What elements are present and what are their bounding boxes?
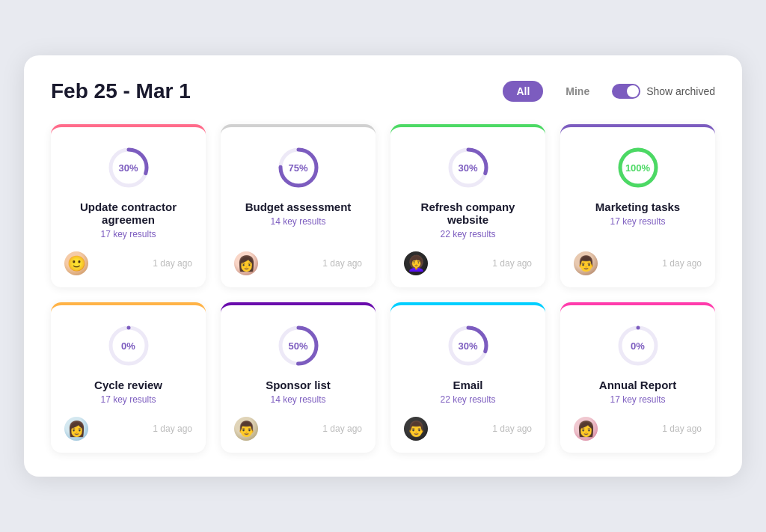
avatar: 👩 xyxy=(234,251,258,275)
percent-label: 0% xyxy=(121,340,135,352)
card-card-4[interactable]: 100% Marketing tasks 17 key results 👨 1 … xyxy=(560,124,715,287)
avatar-face: 👩 xyxy=(64,417,88,441)
card-title: Marketing tasks xyxy=(595,201,680,213)
card-key-results[interactable]: 17 key results xyxy=(100,229,156,239)
avatar-face: 👩 xyxy=(574,417,598,441)
progress-circle: 30% xyxy=(446,145,491,190)
card-footer: 👨 1 day ago xyxy=(574,251,702,275)
card-title: Update contractor agreemen xyxy=(64,201,192,226)
avatar: 👨 xyxy=(404,417,428,441)
card-card-2[interactable]: 75% Budget assessment 14 key results 👩 1… xyxy=(221,124,376,287)
progress-circle: 75% xyxy=(276,145,321,190)
card-key-results[interactable]: 22 key results xyxy=(440,229,495,239)
avatar: 👩 xyxy=(64,417,88,441)
card-card-7[interactable]: 30% Email 22 key results 👨 1 day ago xyxy=(390,302,545,453)
percent-label: 75% xyxy=(288,162,307,174)
card-key-results[interactable]: 17 key results xyxy=(610,216,665,227)
card-footer: 👨 1 day ago xyxy=(234,417,362,441)
progress-circle: 0% xyxy=(106,323,151,368)
avatar-face: 🙂 xyxy=(64,251,88,275)
card-card-5[interactable]: 0% Cycle review 17 key results 👩 1 day a… xyxy=(51,302,206,453)
avatar-face: 👩‍🦱 xyxy=(404,251,428,275)
avatar: 👨 xyxy=(574,251,598,275)
card-key-results[interactable]: 17 key results xyxy=(100,394,156,405)
avatar-face: 👨 xyxy=(234,417,258,441)
percent-label: 30% xyxy=(458,340,477,352)
progress-circle: 0% xyxy=(616,323,661,368)
card-card-8[interactable]: 0% Annual Report 17 key results 👩 1 day … xyxy=(560,302,715,453)
card-key-results[interactable]: 14 key results xyxy=(270,394,325,405)
show-archived-label: Show archived xyxy=(646,85,715,97)
time-ago: 1 day ago xyxy=(153,424,192,434)
card-title: Annual Report xyxy=(599,379,676,391)
time-ago: 1 day ago xyxy=(492,258,532,269)
card-card-6[interactable]: 50% Sponsor list 14 key results 👨 1 day … xyxy=(221,302,376,453)
card-card-3[interactable]: 30% Refresh company website 22 key resul… xyxy=(390,124,545,287)
card-footer: 👩 1 day ago xyxy=(234,251,362,275)
avatar-face: 👩 xyxy=(234,251,258,275)
percent-label: 30% xyxy=(118,162,138,174)
time-ago: 1 day ago xyxy=(322,258,362,269)
card-title: Sponsor list xyxy=(266,379,331,391)
avatar: 👨 xyxy=(234,417,258,441)
percent-label: 100% xyxy=(625,162,650,174)
progress-circle: 30% xyxy=(446,323,491,368)
card-key-results[interactable]: 22 key results xyxy=(440,394,495,405)
avatar-face: 👨 xyxy=(404,417,428,441)
cards-grid: 30% Update contractor agreemen 17 key re… xyxy=(51,124,715,453)
card-footer: 👩 1 day ago xyxy=(574,417,702,441)
progress-circle: 100% xyxy=(616,145,661,190)
page-title: Feb 25 - Mar 1 xyxy=(51,79,191,103)
avatar: 👩 xyxy=(574,417,598,441)
percent-label: 30% xyxy=(458,162,477,174)
time-ago: 1 day ago xyxy=(662,424,702,434)
card-footer: 👨 1 day ago xyxy=(404,417,532,441)
avatar: 🙂 xyxy=(64,251,88,275)
filter-mine-button[interactable]: Mine xyxy=(552,81,603,102)
card-title: Cycle review xyxy=(94,379,162,391)
card-card-1[interactable]: 30% Update contractor agreemen 17 key re… xyxy=(51,124,206,287)
progress-circle: 30% xyxy=(106,145,151,190)
time-ago: 1 day ago xyxy=(662,258,702,269)
header: Feb 25 - Mar 1 All Mine Show archived xyxy=(51,79,715,103)
time-ago: 1 day ago xyxy=(322,424,362,434)
header-controls: All Mine Show archived xyxy=(503,81,715,102)
card-key-results[interactable]: 17 key results xyxy=(610,394,665,405)
card-title: Budget assessment xyxy=(245,201,352,213)
percent-label: 0% xyxy=(631,340,645,352)
card-footer: 🙂 1 day ago xyxy=(64,251,192,275)
filter-all-button[interactable]: All xyxy=(503,81,543,102)
avatar-face: 👨 xyxy=(574,251,598,275)
percent-label: 50% xyxy=(288,340,307,352)
card-key-results[interactable]: 14 key results xyxy=(270,216,325,227)
progress-circle: 50% xyxy=(276,323,321,368)
show-archived-toggle[interactable] xyxy=(612,84,640,99)
card-footer: 👩‍🦱 1 day ago xyxy=(404,251,532,275)
card-title: Refresh company website xyxy=(404,201,532,226)
avatar: 👩‍🦱 xyxy=(404,251,428,275)
time-ago: 1 day ago xyxy=(492,424,532,434)
show-archived-toggle-label[interactable]: Show archived xyxy=(612,84,715,99)
main-container: Feb 25 - Mar 1 All Mine Show archived 30… xyxy=(24,55,742,477)
card-title: Email xyxy=(453,379,482,391)
card-footer: 👩 1 day ago xyxy=(64,417,192,441)
time-ago: 1 day ago xyxy=(153,258,192,269)
